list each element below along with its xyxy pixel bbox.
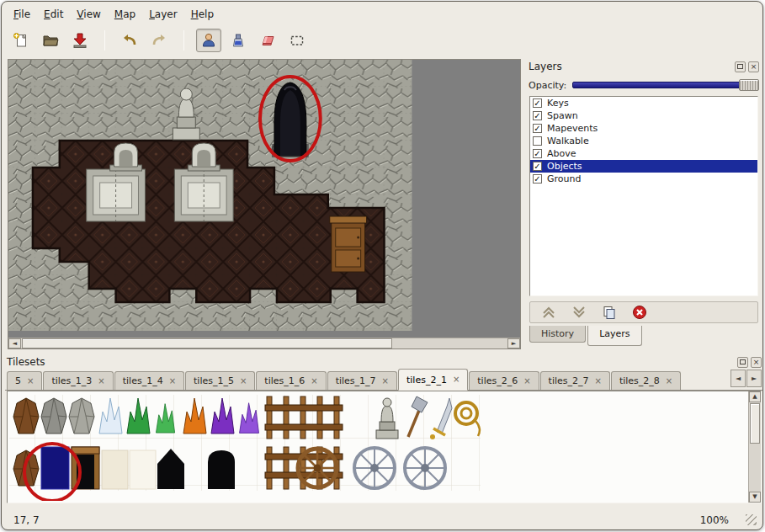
- tab-close-icon[interactable]: ×: [98, 377, 104, 386]
- layer-list: ✓ Keys ✓ Spawn ✓ Mapevents Walkable ✓ Ab…: [529, 96, 758, 296]
- opacity-slider-track[interactable]: [572, 82, 759, 88]
- float-panel-button[interactable]: [735, 61, 746, 72]
- selection-tool-button[interactable]: [284, 29, 310, 52]
- door-frame-tile: [72, 447, 99, 489]
- resize-grip[interactable]: [746, 514, 757, 525]
- layer-checkbox[interactable]: ✓: [533, 162, 542, 171]
- fill-tool-button[interactable]: [226, 29, 251, 52]
- scroll-right-button[interactable]: ►: [507, 338, 520, 348]
- menu-view[interactable]: View: [70, 6, 107, 23]
- layers-panel-tabs: History Layers: [529, 326, 642, 348]
- tab-scrollers: ◄ ►: [730, 370, 762, 387]
- layer-row-ground[interactable]: ✓ Ground: [530, 173, 757, 185]
- tileset-tab[interactable]: tiles_2_7 ×: [540, 371, 610, 390]
- horizontal-scrollbar-thumb[interactable]: [22, 338, 392, 348]
- tileset-tab[interactable]: tiles_2_6 ×: [469, 371, 539, 390]
- tab-layers[interactable]: Layers: [587, 326, 641, 346]
- layer-checkbox[interactable]: ✓: [533, 111, 542, 120]
- metal-wheel-tile: [354, 448, 395, 488]
- menu-layer[interactable]: Layer: [142, 6, 183, 23]
- tab-close-icon[interactable]: ×: [382, 377, 389, 386]
- save-map-button[interactable]: [67, 29, 93, 52]
- close-panel-button[interactable]: ×: [748, 61, 759, 72]
- metal-wheel-tile: [405, 448, 445, 488]
- close-panel-button[interactable]: ×: [751, 357, 762, 368]
- tab-history[interactable]: History: [529, 326, 586, 343]
- map-canvas[interactable]: [8, 60, 520, 338]
- tab-close-icon[interactable]: ×: [523, 377, 530, 386]
- tileset-tab-active[interactable]: tiles_2_1 ×: [398, 369, 468, 391]
- selected-tile[interactable]: [41, 447, 69, 489]
- scroll-up-button[interactable]: ▲: [749, 391, 761, 402]
- menu-map[interactable]: Map: [108, 6, 142, 23]
- tileset-tab[interactable]: tiles_1_7 ×: [327, 371, 397, 390]
- layer-label: Objects: [547, 161, 582, 172]
- place-object-tool-button[interactable]: [196, 29, 221, 52]
- menu-edit[interactable]: Edit: [37, 6, 70, 23]
- ink-bottle-icon: [230, 32, 247, 49]
- tab-close-icon[interactable]: ×: [666, 377, 672, 386]
- tileset-tab[interactable]: tiles_1_5 ×: [185, 371, 255, 390]
- toolbar-separator: [104, 30, 105, 51]
- layer-checkbox[interactable]: ✓: [533, 174, 542, 184]
- tileset-tab[interactable]: tiles_2_8 ×: [611, 371, 681, 390]
- undo-button[interactable]: [117, 29, 142, 52]
- layer-row-objects[interactable]: ✓ Objects: [530, 160, 757, 173]
- tab-close-icon[interactable]: ×: [240, 377, 247, 386]
- tileset-vertical-scrollbar[interactable]: ▲ ▼: [748, 391, 761, 503]
- new-file-icon: [13, 32, 29, 49]
- eraser-tool-button[interactable]: [255, 29, 280, 52]
- map-horizontal-scrollbar[interactable]: ◄ ►: [8, 338, 520, 348]
- layer-checkbox[interactable]: ✓: [533, 149, 542, 158]
- tab-close-icon[interactable]: ×: [453, 375, 460, 384]
- layer-row-mapevents[interactable]: ✓ Mapevents: [530, 122, 757, 135]
- eraser-icon: [259, 32, 276, 49]
- opacity-slider[interactable]: [572, 79, 759, 91]
- scroll-left-button[interactable]: ◄: [8, 338, 21, 348]
- move-layer-up-button[interactable]: [539, 304, 559, 321]
- delete-layer-button[interactable]: [630, 304, 650, 321]
- cabinet-sprite: [330, 216, 367, 272]
- layer-label: Above: [547, 148, 576, 159]
- tab-close-icon[interactable]: ×: [311, 377, 317, 386]
- layer-checkbox[interactable]: [533, 136, 542, 146]
- new-map-button[interactable]: [8, 29, 34, 52]
- float-icon: [737, 64, 743, 69]
- layer-checkbox[interactable]: ✓: [533, 124, 542, 133]
- layer-row-keys[interactable]: ✓ Keys: [530, 97, 757, 109]
- layer-label: Spawn: [547, 110, 578, 121]
- layer-label: Mapevents: [547, 123, 598, 134]
- tileset-canvas[interactable]: [8, 391, 735, 501]
- float-panel-button[interactable]: [737, 357, 748, 368]
- duplicate-layer-button[interactable]: [599, 304, 619, 321]
- layer-row-walkable[interactable]: Walkable: [530, 135, 757, 147]
- zoom-level: 100%: [700, 514, 729, 526]
- tab-close-icon[interactable]: ×: [169, 377, 176, 386]
- layer-row-above[interactable]: ✓ Above: [530, 147, 757, 160]
- tab-close-icon[interactable]: ×: [27, 377, 34, 386]
- redo-button[interactable]: [146, 29, 172, 52]
- tileset-tab[interactable]: tiles_1_3 ×: [43, 371, 113, 390]
- open-map-button[interactable]: [38, 29, 63, 52]
- scroll-down-button[interactable]: ▼: [749, 492, 761, 503]
- layer-label: Walkable: [547, 136, 589, 146]
- menu-help[interactable]: Help: [184, 6, 220, 23]
- wooden-wheel-tile: [298, 449, 337, 487]
- delete-circle-icon: [632, 305, 647, 320]
- app-window: File Edit View Map Layer Help: [1, 1, 763, 530]
- tabs-scroll-right-button[interactable]: ►: [746, 370, 762, 387]
- save-icon: [72, 32, 88, 49]
- tileset-tab[interactable]: tiles_1_6 ×: [256, 371, 326, 390]
- tileset-tab[interactable]: tiles_1_4 ×: [114, 371, 184, 390]
- layer-checkbox[interactable]: ✓: [533, 98, 542, 108]
- cave-entrance-tile-round: [208, 450, 235, 489]
- layer-row-spawn[interactable]: ✓ Spawn: [530, 109, 757, 122]
- tabs-scroll-left-button[interactable]: ◄: [730, 370, 746, 387]
- tileset-tab[interactable]: 5 ×: [7, 371, 42, 390]
- opacity-slider-handle[interactable]: [739, 79, 759, 91]
- move-layer-down-button[interactable]: [569, 304, 589, 321]
- tab-close-icon[interactable]: ×: [595, 377, 602, 386]
- vertical-scrollbar-thumb[interactable]: [750, 403, 760, 444]
- layer-label: Ground: [547, 173, 581, 184]
- menu-file[interactable]: File: [7, 6, 37, 23]
